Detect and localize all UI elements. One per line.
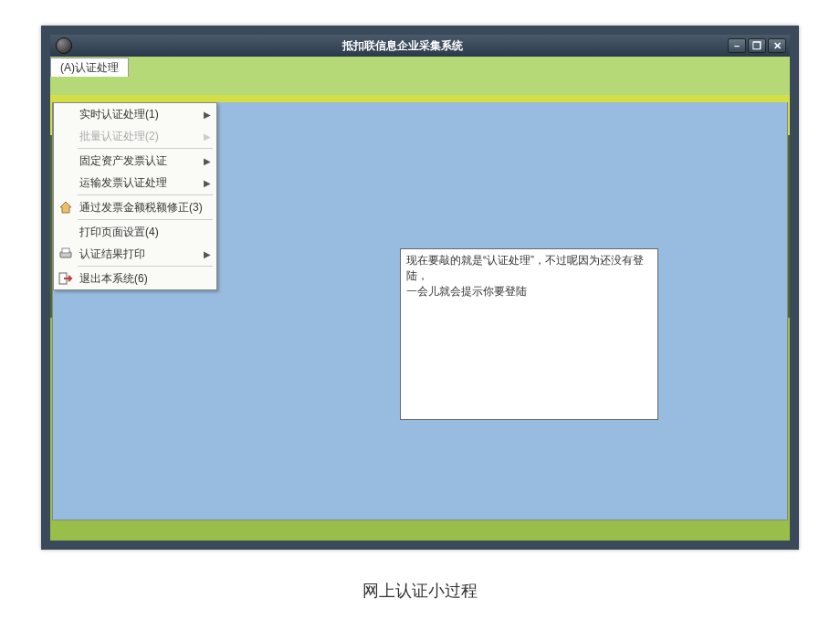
dd-exit-system[interactable]: 退出本系统(6) — [54, 268, 216, 289]
chevron-right-icon: ▶ — [204, 131, 211, 142]
edit-icon — [54, 200, 78, 215]
minimize-button[interactable]: – — [728, 38, 746, 53]
svg-rect-14 — [62, 248, 69, 253]
dd-transport-invoice[interactable]: 运输发票认证处理 ▶ — [54, 172, 216, 194]
app-icon — [56, 37, 72, 54]
note-box: 现在要敲的就是“认证处理”，不过呢因为还没有登陆， 一会儿就会提示你要登陆 — [400, 248, 658, 420]
content-area: 实时认证处理(1) ▶ 批量认证处理(2) ▶ 固定资产发票认证 ▶ 运输发票认… — [52, 102, 788, 520]
dropdown-menu: 实时认证处理(1) ▶ 批量认证处理(2) ▶ 固定资产发票认证 ▶ 运输发票认… — [53, 102, 217, 290]
window-controls: – ❐ ✕ — [728, 38, 790, 53]
exit-icon — [54, 272, 78, 285]
app-window: 抵扣联信息企业采集系统 – ❐ ✕ (A)认证处理 (C)查询统计 (D)设置维… — [41, 26, 799, 550]
chevron-right-icon: ▶ — [204, 110, 211, 120]
note-line2: 一会儿就会提示你要登陆 — [406, 285, 527, 298]
maximize-button[interactable]: ❐ — [748, 38, 766, 53]
chevron-right-icon: ▶ — [204, 249, 211, 259]
menu-auth[interactable]: (A)认证处理 — [50, 58, 129, 77]
titlebar[interactable]: 抵扣联信息企业采集系统 – ❐ ✕ — [50, 35, 790, 57]
printer-icon — [54, 247, 78, 260]
chevron-right-icon: ▶ — [204, 156, 211, 166]
svg-marker-12 — [60, 202, 71, 213]
close-button[interactable]: ✕ — [768, 38, 786, 53]
dd-batch-auth: 批量认证处理(2) ▶ — [54, 125, 216, 147]
app-body: (A)认证处理 (C)查询统计 (D)设置维护 (E)发票转凭证 (F)系统帮助… — [50, 57, 790, 541]
dd-page-setup[interactable]: 打印页面设置(4) — [54, 221, 216, 243]
dd-realtime-auth[interactable]: 实时认证处理(1) ▶ — [54, 103, 216, 125]
page-caption: 网上认证小过程 — [0, 580, 840, 602]
dd-fixed-asset[interactable]: 固定资产发票认证 ▶ — [54, 150, 216, 172]
dd-amount-correct[interactable]: 通过发票金额税额修正(3) — [54, 196, 216, 218]
note-line1: 现在要敲的就是“认证处理”，不过呢因为还没有登陆， — [406, 254, 644, 282]
dd-print-result[interactable]: 认证结果打印 ▶ — [54, 243, 216, 265]
chevron-right-icon: ▶ — [204, 178, 211, 188]
window-title: 抵扣联信息企业采集系统 — [78, 38, 728, 54]
